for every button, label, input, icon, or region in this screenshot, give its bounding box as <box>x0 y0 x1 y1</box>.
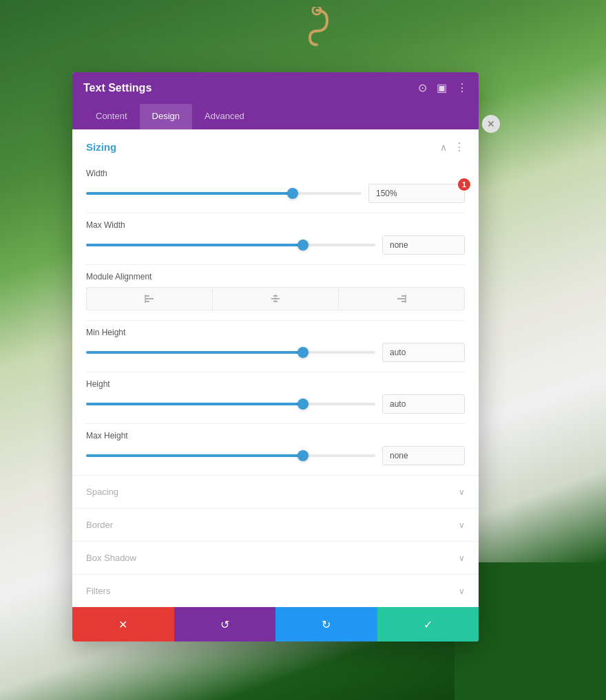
redo-button[interactable]: ↻ <box>275 607 377 641</box>
max-height-control <box>86 446 465 465</box>
target-icon[interactable]: ⊙ <box>418 83 427 94</box>
undo-icon: ↺ <box>220 618 229 631</box>
modal-title: Text Settings <box>83 82 152 94</box>
min-height-slider[interactable] <box>86 351 375 354</box>
height-label: Height <box>86 379 465 389</box>
modal: Text Settings ⊙ ▣ ⋮ Content Design Advan… <box>72 72 479 641</box>
save-button[interactable]: ✓ <box>377 607 479 641</box>
modal-footer: ✕ ↺ ↻ ✓ <box>72 607 479 641</box>
cancel-button[interactable]: ✕ <box>72 607 174 641</box>
max-height-field: Max Height <box>72 424 479 475</box>
section-more-icon[interactable]: ⋮ <box>454 140 465 153</box>
section-header-icons: ∧ ⋮ <box>440 140 465 153</box>
spacing-chevron: ∨ <box>459 487 465 497</box>
border-label: Border <box>86 520 113 530</box>
tab-design[interactable]: Design <box>140 104 192 129</box>
header-icons: ⊙ ▣ ⋮ <box>418 83 468 94</box>
hook-decoration <box>296 7 337 62</box>
border-section[interactable]: Border ∨ <box>72 508 479 541</box>
spacing-section[interactable]: Spacing ∨ <box>72 475 479 508</box>
redo-icon: ↻ <box>322 618 331 631</box>
max-height-label: Max Height <box>86 431 465 441</box>
sizing-section-header: Sizing ∧ ⋮ <box>72 129 479 162</box>
tab-advanced[interactable]: Advanced <box>192 104 257 129</box>
layout-icon[interactable]: ▣ <box>437 83 447 94</box>
cancel-icon: ✕ <box>118 618 127 631</box>
width-badge: 1 <box>458 178 470 191</box>
tabs: Content Design Advanced <box>72 104 479 129</box>
align-right-button[interactable] <box>338 287 465 310</box>
module-alignment-field: Module Alignment <box>72 265 479 320</box>
collapse-icon[interactable]: ∧ <box>440 142 447 153</box>
min-height-label: Min Height <box>86 328 465 337</box>
more-icon[interactable]: ⋮ <box>457 83 468 94</box>
align-left-button[interactable] <box>86 287 212 310</box>
save-icon: ✓ <box>424 618 432 631</box>
width-control: 1 <box>86 184 465 203</box>
box-shadow-label: Box Shadow <box>86 553 136 563</box>
min-height-field: Min Height <box>72 321 479 372</box>
box-shadow-chevron: ∨ <box>459 553 465 563</box>
max-width-field: Max Width <box>72 213 479 264</box>
max-width-control <box>86 235 465 255</box>
spacing-label: Spacing <box>86 487 118 497</box>
filters-label: Filters <box>86 586 110 596</box>
max-width-input[interactable] <box>382 235 465 255</box>
width-input[interactable] <box>368 184 465 203</box>
height-control <box>86 394 465 414</box>
border-chevron: ∨ <box>459 520 465 530</box>
min-height-control <box>86 343 465 362</box>
width-label: Width <box>86 169 465 178</box>
height-field: Height <box>72 372 479 423</box>
min-height-input[interactable] <box>382 343 465 362</box>
undo-button[interactable]: ↺ <box>174 607 276 641</box>
height-slider[interactable] <box>86 403 375 405</box>
height-input[interactable] <box>382 394 465 414</box>
width-input-wrap: 1 <box>368 184 465 203</box>
max-width-label: Max Width <box>86 220 465 230</box>
width-field: Width 1 <box>72 162 479 213</box>
modal-content: Sizing ∧ ⋮ Width 1 <box>72 129 479 607</box>
tab-content[interactable]: Content <box>83 104 140 129</box>
width-slider[interactable] <box>86 192 362 195</box>
box-shadow-section[interactable]: Box Shadow ∨ <box>72 541 479 574</box>
max-width-slider[interactable] <box>86 244 375 246</box>
filters-chevron: ∨ <box>459 586 465 596</box>
close-button[interactable]: ✕ <box>482 115 500 133</box>
sizing-title: Sizing <box>86 141 116 153</box>
max-height-input[interactable] <box>382 446 465 465</box>
filters-section[interactable]: Filters ∨ <box>72 574 479 607</box>
align-center-button[interactable] <box>212 287 338 310</box>
modal-header: Text Settings ⊙ ▣ ⋮ <box>72 72 479 104</box>
alignment-buttons <box>86 287 465 310</box>
max-height-slider[interactable] <box>86 454 375 457</box>
module-alignment-label: Module Alignment <box>86 272 465 282</box>
